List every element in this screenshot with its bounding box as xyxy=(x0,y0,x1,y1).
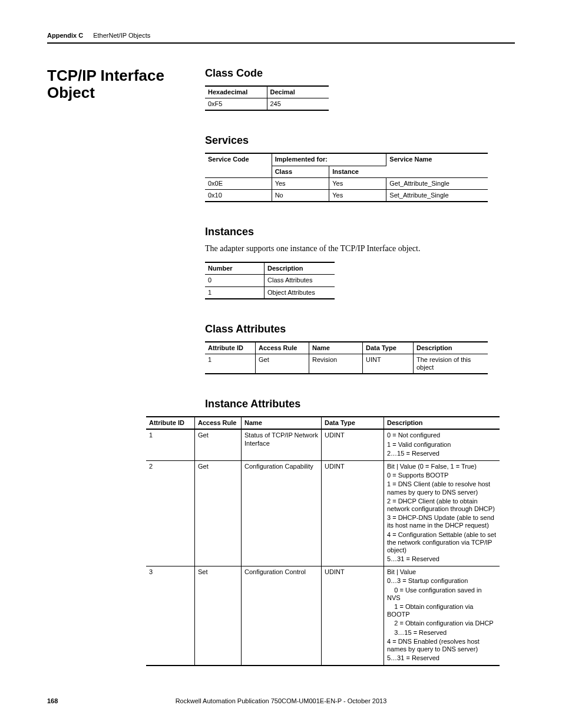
cell: Set xyxy=(195,566,242,666)
desc-line: Bit | Value (0 = False, 1 = True) xyxy=(387,463,497,470)
table-row: 0 Class Attributes xyxy=(205,275,335,286)
cell-dec: 245 xyxy=(267,98,329,111)
cell: Yes xyxy=(329,189,386,202)
cell: 1 xyxy=(205,354,256,374)
table-row: 2GetConfiguration CapabilityUDINTBit | V… xyxy=(146,461,500,566)
col-attrid: Attribute ID xyxy=(205,342,256,354)
col-instance: Instance xyxy=(329,166,386,177)
instance-attributes-table: Attribute ID Access Rule Name Data Type … xyxy=(146,416,500,666)
cell: 0x0E xyxy=(205,177,272,189)
cell: Get xyxy=(195,461,242,566)
cell: Get xyxy=(195,429,242,460)
cell: UDINT xyxy=(322,461,384,566)
table-row: 3SetConfiguration ControlUDINTBit | Valu… xyxy=(146,566,500,666)
instances-heading: Instances xyxy=(205,226,515,238)
services-heading: Services xyxy=(205,134,515,147)
cell: UDINT xyxy=(322,429,384,460)
table-row: 0x0E Yes Yes Get_Attribute_Single xyxy=(205,177,488,189)
col-number: Number xyxy=(205,262,265,275)
cell: Get_Attribute_Single xyxy=(386,177,488,189)
class-code-block: Class Code Hexadecimal Decimal 0xF5 245 xyxy=(205,67,515,111)
col-desc: Description xyxy=(384,417,500,429)
desc-line: 3 = DHCP-DNS Update (able to send its ho… xyxy=(387,514,497,529)
class-code-table: Hexadecimal Decimal 0xF5 245 xyxy=(205,85,329,111)
desc-line: 0 = Not configured xyxy=(387,431,497,439)
desc-line: 2 = Obtain configuration via DHCP xyxy=(387,620,497,627)
desc-line: Bit | Value xyxy=(387,568,497,576)
desc-line: 0 = Use configuration saved in NVS xyxy=(387,587,497,602)
page-footer: 168 Rockwell Automation Publication 750C… xyxy=(47,697,515,704)
col-desc: Description xyxy=(414,342,488,354)
cell: No xyxy=(272,189,329,202)
table-row: 1 Object Attributes xyxy=(205,286,335,299)
cell-description: Bit | Value (0 = False, 1 = True)0 = Sup… xyxy=(384,461,500,566)
publication-info: Rockwell Automation Publication 750COM-U… xyxy=(47,697,515,704)
table-row: 0x10 No Yes Set_Attribute_Single xyxy=(205,189,488,202)
col-dtype: Data Type xyxy=(363,342,414,354)
cell: 0 xyxy=(205,275,265,286)
cell: Yes xyxy=(329,177,386,189)
col-hex: Hexadecimal xyxy=(205,86,267,98)
header-title: EtherNet/IP Objects xyxy=(93,32,150,39)
class-attributes-block: Class Attributes Attribute ID Access Rul… xyxy=(205,323,515,375)
table-row: 1 Get Revision UINT The revision of this… xyxy=(205,354,488,374)
desc-line: 0 = Supports BOOTP xyxy=(387,472,497,479)
section-title: TCP/IP Interface Object xyxy=(47,67,205,101)
desc-line: 5…31 = Reserved xyxy=(387,555,497,563)
class-attributes-heading: Class Attributes xyxy=(205,323,515,335)
desc-line: 1 = DNS Client (able to resolve host nam… xyxy=(387,480,497,496)
desc-line: 2 = DHCP Client (able to obtain network … xyxy=(387,498,497,513)
col-service-name: Service Name xyxy=(386,153,488,177)
cell: Set_Attribute_Single xyxy=(386,189,488,202)
cell: Configuration Capability xyxy=(242,461,322,566)
class-code-heading: Class Code xyxy=(205,67,515,80)
cell: UINT xyxy=(363,354,414,374)
desc-line: 1 = Obtain configuration via BOOTP xyxy=(387,603,497,618)
desc-line: 4 = DNS Enabled (resolves host names by … xyxy=(387,638,497,653)
col-class: Class xyxy=(272,166,329,177)
instance-attributes-block: Instance Attributes Attribute ID Access … xyxy=(47,398,515,666)
cell: Get xyxy=(256,354,309,374)
col-access: Access Rule xyxy=(256,342,309,354)
cell: Status of TCP/IP Network Interface xyxy=(242,429,322,460)
cell-description: 0 = Not configured1 = Valid configuratio… xyxy=(384,429,500,460)
cell: 1 xyxy=(205,286,265,299)
table-row: 0xF5 245 xyxy=(205,98,329,111)
desc-line: 2…15 = Reserved xyxy=(387,450,497,457)
instances-table: Number Description 0 Class Attributes 1 … xyxy=(205,262,335,299)
col-desc: Description xyxy=(265,262,335,275)
col-service-code: Service Code xyxy=(205,153,272,177)
instance-attributes-heading: Instance Attributes xyxy=(205,398,515,410)
cell: 0x10 xyxy=(205,189,272,202)
desc-line: 5…31 = Reserved xyxy=(387,654,497,662)
page-header: Appendix C EtherNet/IP Objects xyxy=(47,32,515,44)
desc-line: 1 = Valid configuration xyxy=(387,441,497,449)
cell: 2 xyxy=(146,461,195,566)
cell: Configuration Control xyxy=(242,566,322,666)
desc-line: 4 = Configuration Settable (able to set … xyxy=(387,531,497,555)
cell: 3 xyxy=(146,566,195,666)
col-attrid: Attribute ID xyxy=(146,417,195,429)
cell: 1 xyxy=(146,429,195,460)
services-table: Service Code Implemented for: Service Na… xyxy=(205,153,488,202)
services-block: Services Service Code Implemented for: S… xyxy=(205,134,515,202)
desc-line: 3…15 = Reserved xyxy=(387,629,497,637)
col-name: Name xyxy=(309,342,363,354)
col-access: Access Rule xyxy=(195,417,242,429)
cell: The revision of this object xyxy=(414,354,488,374)
col-name: Name xyxy=(242,417,322,429)
col-dtype: Data Type xyxy=(322,417,384,429)
cell-description: Bit | Value0…3 = Startup configuration 0… xyxy=(384,566,500,666)
cell: Class Attributes xyxy=(265,275,335,286)
table-row: 1GetStatus of TCP/IP Network InterfaceUD… xyxy=(146,429,500,460)
cell: Revision xyxy=(309,354,363,374)
cell: UDINT xyxy=(322,566,384,666)
appendix-label: Appendix C xyxy=(47,32,83,39)
col-implemented: Implemented for: xyxy=(272,153,386,166)
instances-block: Instances The adapter supports one insta… xyxy=(205,226,515,299)
cell-hex: 0xF5 xyxy=(205,98,267,111)
cell: Yes xyxy=(272,177,329,189)
col-dec: Decimal xyxy=(267,86,329,98)
class-attributes-table: Attribute ID Access Rule Name Data Type … xyxy=(205,341,488,375)
instances-intro: The adapter supports one instance of the… xyxy=(205,244,515,253)
